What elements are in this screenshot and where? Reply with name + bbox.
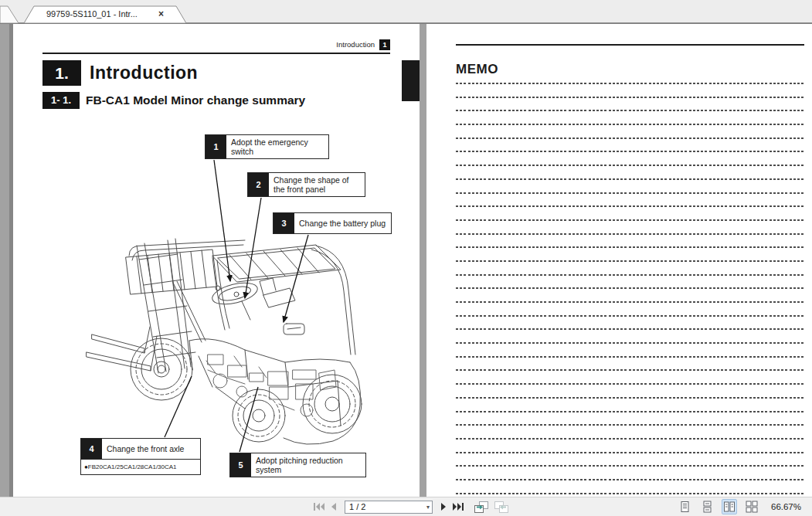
zoom-level: 66.67% — [771, 502, 801, 511]
document-canvas: Introduction 1 1. Introduction 1- 1. FB-… — [0, 23, 812, 497]
memo-ruled-line — [456, 452, 804, 453]
memo-ruled-line — [456, 233, 804, 235]
memo-ruled-line — [456, 424, 804, 426]
close-tab-icon[interactable]: × — [158, 8, 164, 19]
memo-ruled-line — [456, 356, 804, 358]
memo-ruled-line — [456, 397, 804, 399]
callout-4-number: 4 — [81, 439, 102, 459]
previous-page-button[interactable] — [328, 499, 340, 514]
chevron-down-icon[interactable]: ▾ — [426, 504, 430, 511]
memo-ruled-line — [456, 493, 804, 494]
callout-1: 1 Adopt the emergency switch — [205, 134, 329, 159]
callout-2-label: Change the shape of the front panel — [269, 173, 365, 196]
tab-bar: 99759-5S110_01 - Intr... × — [0, 0, 812, 23]
memo-ruled-line — [456, 219, 804, 221]
memo-header-rule — [456, 44, 804, 46]
page-number-selector[interactable]: 1 / 2 ▾ — [345, 501, 433, 514]
tab-shape — [0, 5, 20, 24]
memo-ruled-line — [456, 178, 804, 180]
callout-3: 3 Change the battery plug — [273, 212, 392, 234]
continuous-pages-icon — [701, 501, 713, 513]
memo-ruled-line — [456, 479, 804, 480]
continuous-view-button[interactable] — [699, 499, 715, 514]
document-tab[interactable]: 99759-5S110_01 - Intr... × — [23, 5, 187, 24]
two-page-icon — [723, 501, 736, 513]
next-view-button[interactable] — [491, 499, 511, 514]
two-page-view-button[interactable] — [722, 499, 737, 514]
callout-1-label: Adopt the emergency switch — [226, 135, 328, 158]
callout-3-label: Change the battery plug — [294, 213, 391, 233]
memo-ruled-line — [456, 383, 804, 385]
callout-5-number: 5 — [230, 453, 251, 477]
last-page-button[interactable] — [450, 499, 467, 514]
memo-ruled-line — [456, 328, 804, 330]
first-page-button[interactable] — [311, 499, 328, 514]
tab-title: 99759-5S110_01 - Intr... — [46, 9, 138, 19]
memo-title: MEMO — [456, 62, 498, 77]
page-indicator: 1 / 2 — [345, 502, 365, 511]
memo-ruled-line — [456, 151, 804, 152]
two-page-continuous-view-button[interactable] — [744, 499, 759, 514]
memo-ruled-line — [456, 274, 804, 276]
first-page-icon — [313, 502, 325, 511]
memo-ruled-lines — [456, 83, 804, 494]
callout-5: 5 Adopt pitching reduction system — [229, 453, 366, 477]
callout-2-number: 2 — [248, 173, 269, 196]
single-page-view-button[interactable] — [677, 499, 692, 514]
next-page-button[interactable] — [437, 499, 450, 514]
previous-view-icon — [474, 501, 489, 514]
memo-ruled-line — [456, 124, 804, 125]
memo-ruled-line — [456, 342, 804, 344]
memo-ruled-line — [456, 465, 804, 467]
callout-5-label: Adopt pitching reduction system — [251, 453, 365, 477]
previous-view-button[interactable] — [471, 499, 491, 514]
memo-ruled-line — [456, 246, 804, 248]
memo-ruled-line — [456, 438, 804, 440]
status-bar: 1 / 2 ▾ — [0, 497, 812, 516]
previous-page-icon — [330, 502, 338, 511]
next-page-icon — [440, 502, 447, 511]
memo-ruled-line — [456, 301, 804, 303]
memo-ruled-line — [456, 369, 804, 371]
memo-ruled-line — [456, 205, 804, 207]
single-page-icon — [678, 501, 691, 513]
callout-1-number: 1 — [206, 135, 226, 158]
memo-ruled-line — [456, 137, 804, 139]
callout-4-label: Change the front axle — [102, 439, 200, 459]
memo-ruled-line — [456, 411, 804, 412]
two-page-continuous-icon — [746, 501, 758, 513]
memo-ruled-line — [456, 83, 804, 84]
memo-ruled-line — [456, 97, 804, 98]
next-view-icon — [494, 501, 509, 514]
forklift-illustration — [13, 24, 420, 497]
callout-4-models: ●FB20CA1/25CA1/28CA1/30CA1 — [81, 459, 200, 474]
view-mode-controls: 66.67% — [677, 499, 812, 514]
callout-2: 2 Change the shape of the front panel — [247, 172, 365, 197]
callout-3-number: 3 — [273, 213, 294, 233]
callout-4: 4 Change the front axle ●FB20CA1/25CA1/2… — [80, 438, 201, 475]
last-page-icon — [452, 502, 464, 511]
memo-ruled-line — [456, 192, 804, 194]
memo-ruled-line — [456, 260, 804, 262]
page-right: MEMO — [426, 24, 812, 497]
memo-ruled-line — [456, 315, 804, 317]
memo-ruled-line — [456, 165, 804, 166]
page-left: Introduction 1 1. Introduction 1- 1. FB-… — [13, 24, 420, 497]
memo-ruled-line — [456, 110, 804, 111]
memo-ruled-line — [456, 287, 804, 289]
